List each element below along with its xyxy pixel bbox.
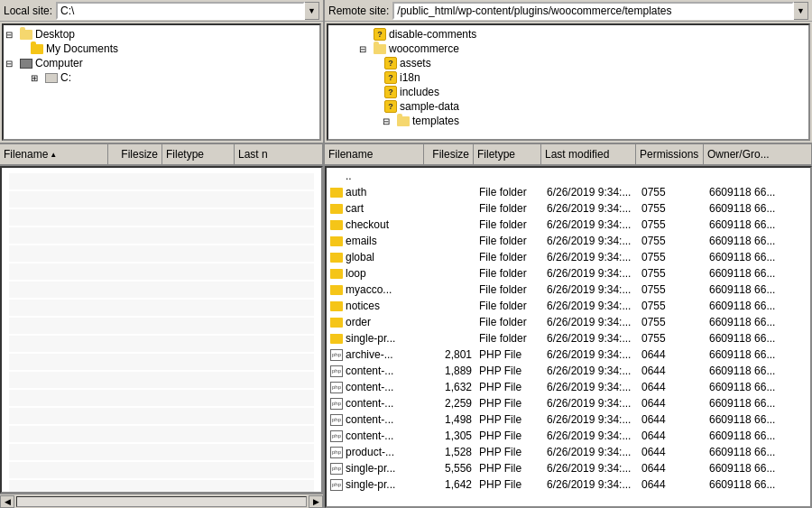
- file-cell-name: global: [327, 249, 426, 265]
- remote-site-input[interactable]: [392, 2, 794, 20]
- table-row[interactable]: checkout File folder 6/26/2019 9:34:... …: [327, 217, 810, 233]
- php-file-icon: php: [330, 430, 343, 442]
- file-cell-size: [426, 330, 475, 346]
- tree-item-templates[interactable]: ⊟ templates: [330, 114, 807, 128]
- table-row[interactable]: phpsingle-pr... 1,642 PHP File 6/26/2019…: [327, 476, 810, 493]
- remote-site-dropdown[interactable]: ▼: [794, 2, 808, 20]
- file-cell-size: 1,528: [426, 444, 475, 460]
- table-row[interactable]: loop File folder 6/26/2019 9:34:... 0755…: [327, 265, 810, 282]
- file-cell-type: PHP File: [475, 444, 543, 460]
- col-header-filesize-right[interactable]: Filesize: [424, 144, 474, 164]
- file-cell-lastmod: 6/26/2019 9:34:...: [543, 363, 638, 379]
- file-cell-owner: 6609118 66...: [706, 200, 810, 217]
- file-cell-perms: 0644: [638, 379, 706, 395]
- left-horizontal-scrollbar[interactable]: ◀ ▶: [0, 494, 323, 508]
- tree-item-sample-data[interactable]: ? sample-data: [330, 99, 807, 114]
- tree-item-woocommerce[interactable]: ⊟ woocommerce: [330, 42, 807, 56]
- file-cell-owner: 6609118 66...: [706, 444, 810, 460]
- table-row[interactable]: phpcontent-... 1,305 PHP File 6/26/2019 …: [327, 428, 810, 444]
- tree-item-includes[interactable]: ? includes: [330, 85, 807, 99]
- table-row[interactable]: emails File folder 6/26/2019 9:34:... 07…: [327, 233, 810, 249]
- file-cell-type: PHP File: [475, 411, 543, 428]
- remote-site-bar: Remote site: ▼: [325, 0, 812, 22]
- table-row[interactable]: phpcontent-... 2,259 PHP File 6/26/2019 …: [327, 395, 810, 411]
- left-file-list-body[interactable]: [0, 166, 323, 494]
- file-cell-lastmod: 6/26/2019 9:34:...: [543, 476, 638, 493]
- tree-item-label-computer: Computer: [35, 57, 83, 69]
- tree-item-assets[interactable]: ? assets: [330, 56, 807, 70]
- table-row[interactable]: phpcontent-... 1,498 PHP File 6/26/2019 …: [327, 411, 810, 428]
- table-row[interactable]: phpproduct-... 1,528 PHP File 6/26/2019 …: [327, 444, 810, 460]
- col-header-filesize-left[interactable]: Filesize: [108, 144, 162, 164]
- expand-icon-woocommerce: ⊟: [359, 44, 374, 54]
- folder-icon-desktop: [20, 30, 32, 40]
- local-site-label: Local site:: [4, 5, 52, 17]
- file-cell-perms: 0755: [638, 314, 706, 330]
- tree-item-i18n[interactable]: ? i18n: [330, 70, 807, 85]
- php-file-icon: php: [330, 447, 343, 458]
- col-header-filename-right[interactable]: Filename: [325, 144, 424, 164]
- col-header-filetype-right[interactable]: Filetype: [474, 144, 541, 164]
- drive-icon-c: [45, 73, 58, 83]
- file-cell-type: PHP File: [475, 363, 543, 379]
- col-header-filetype-left[interactable]: Filetype: [162, 144, 235, 164]
- local-site-input[interactable]: [56, 2, 305, 20]
- php-file-icon: php: [330, 382, 343, 393]
- scroll-left-btn[interactable]: ◀: [0, 495, 14, 508]
- tree-item-desktop[interactable]: ⊟ Desktop: [5, 27, 318, 42]
- table-row[interactable]: phpcontent-... 1,889 PHP File 6/26/2019 …: [327, 363, 810, 379]
- file-cell-name: emails: [327, 233, 426, 249]
- file-cell-name: ..: [327, 168, 426, 184]
- local-site-dropdown[interactable]: ▼: [305, 2, 319, 20]
- col-header-permissions-right[interactable]: Permissions: [636, 144, 704, 164]
- file-cell-owner: 6609118 66...: [706, 184, 810, 200]
- table-row[interactable]: cart File folder 6/26/2019 9:34:... 0755…: [327, 200, 810, 217]
- file-cell-perms: [638, 168, 706, 184]
- file-cell-size: [426, 282, 475, 298]
- file-cell-perms: 0644: [638, 395, 706, 411]
- file-cell-perms: 0755: [638, 282, 706, 298]
- table-row[interactable]: order File folder 6/26/2019 9:34:... 075…: [327, 314, 810, 330]
- file-cell-size: [426, 168, 475, 184]
- col-header-lastn-left[interactable]: Last n: [235, 144, 323, 164]
- table-row[interactable]: phpsingle-pr... 5,556 PHP File 6/26/2019…: [327, 460, 810, 476]
- file-cell-size: [426, 233, 475, 249]
- file-cell-type: File folder: [475, 217, 543, 233]
- table-row[interactable]: global File folder 6/26/2019 9:34:... 07…: [327, 249, 810, 265]
- file-cell-type: File folder: [475, 265, 543, 282]
- computer-icon: [20, 59, 32, 69]
- folder-icon: [330, 334, 343, 344]
- file-cell-perms: 0755: [638, 249, 706, 265]
- col-header-owner-right[interactable]: Owner/Gro...: [704, 144, 812, 164]
- col-header-lastmod-right[interactable]: Last modified: [541, 144, 636, 164]
- tree-item-label-assets: assets: [400, 57, 431, 69]
- file-cell-type: PHP File: [475, 395, 543, 411]
- col-header-filename-left[interactable]: Filename ▲: [0, 144, 108, 164]
- right-file-list-body[interactable]: .. auth File folder 6/26/2019 9:34:... 0…: [325, 166, 812, 508]
- folder-icon: [330, 188, 343, 198]
- php-file-icon: php: [330, 398, 343, 410]
- table-row[interactable]: ..: [327, 168, 810, 184]
- tree-item-disable-comments[interactable]: ? disable-comments: [330, 27, 807, 42]
- file-cell-size: [426, 184, 475, 200]
- table-row[interactable]: notices File folder 6/26/2019 9:34:... 0…: [327, 298, 810, 314]
- table-row[interactable]: auth File folder 6/26/2019 9:34:... 0755…: [327, 184, 810, 200]
- file-cell-owner: 6609118 66...: [706, 265, 810, 282]
- tree-item-computer[interactable]: ⊟ Computer: [5, 56, 318, 70]
- table-row[interactable]: phpcontent-... 1,632 PHP File 6/26/2019 …: [327, 379, 810, 395]
- table-row[interactable]: myacco... File folder 6/26/2019 9:34:...…: [327, 282, 810, 298]
- scroll-right-btn[interactable]: ▶: [309, 495, 323, 508]
- file-cell-lastmod: 6/26/2019 9:34:...: [543, 282, 638, 298]
- file-cell-name: phpproduct-...: [327, 444, 426, 460]
- folder-icon-templates: [397, 116, 410, 126]
- tree-item-mydocuments[interactable]: My Documents: [5, 42, 318, 56]
- table-row[interactable]: phparchive-... 2,801 PHP File 6/26/2019 …: [327, 346, 810, 363]
- php-file-icon: php: [330, 365, 343, 377]
- file-cell-lastmod: 6/26/2019 9:34:...: [543, 330, 638, 346]
- table-row[interactable]: single-pr... File folder 6/26/2019 9:34:…: [327, 330, 810, 346]
- file-cell-name: phpcontent-...: [327, 428, 426, 444]
- file-cell-name: phpsingle-pr...: [327, 476, 426, 493]
- tree-item-cdrive[interactable]: ⊞ C:: [5, 70, 318, 85]
- file-cell-lastmod: 6/26/2019 9:34:...: [543, 249, 638, 265]
- file-cell-perms: 0755: [638, 298, 706, 314]
